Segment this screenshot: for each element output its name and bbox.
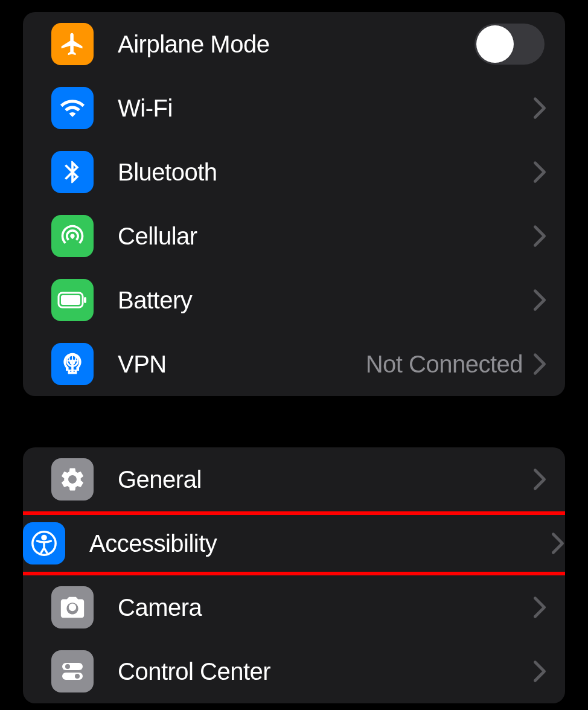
- row-wifi[interactable]: Wi-Fi: [23, 76, 565, 140]
- row-control-center[interactable]: Control Center: [23, 639, 565, 703]
- bluetooth-label: Bluetooth: [118, 159, 532, 186]
- chevron-right-icon: [532, 225, 547, 248]
- cellular-label: Cellular: [118, 223, 532, 250]
- wifi-icon: [51, 87, 94, 129]
- chevron-right-icon: [532, 596, 547, 619]
- row-camera[interactable]: Camera: [23, 575, 565, 639]
- vpn-icon: [51, 343, 94, 385]
- chevron-right-icon: [532, 161, 547, 184]
- bluetooth-icon: [51, 151, 94, 193]
- airplane-toggle[interactable]: [475, 24, 545, 65]
- chevron-right-icon: [532, 97, 547, 120]
- chevron-right-icon: [532, 468, 547, 491]
- chevron-right-icon: [532, 660, 547, 683]
- chevron-right-icon: [551, 532, 565, 555]
- settings-group-system: General Accessibility Camera: [23, 447, 565, 703]
- row-vpn[interactable]: VPN Not Connected: [23, 332, 565, 396]
- gear-icon: [51, 458, 94, 501]
- svg-point-9: [65, 664, 70, 669]
- control-center-label: Control Center: [118, 658, 532, 685]
- cellular-icon: [51, 215, 94, 257]
- svg-rect-1: [61, 295, 80, 305]
- row-bluetooth[interactable]: Bluetooth: [23, 140, 565, 204]
- chevron-right-icon: [532, 353, 547, 376]
- battery-label: Battery: [118, 287, 532, 314]
- camera-icon: [51, 586, 94, 628]
- wifi-label: Wi-Fi: [118, 95, 532, 122]
- svg-rect-5: [68, 372, 77, 374]
- accessibility-icon: [23, 522, 65, 564]
- chevron-right-icon: [532, 289, 547, 312]
- svg-rect-2: [84, 297, 86, 303]
- vpn-value: Not Connected: [366, 351, 523, 378]
- row-cellular[interactable]: Cellular: [23, 204, 565, 268]
- row-accessibility[interactable]: Accessibility: [23, 511, 565, 575]
- toggle-knob: [476, 25, 514, 63]
- vpn-label: VPN: [118, 351, 366, 378]
- accessibility-label: Accessibility: [89, 530, 551, 557]
- settings-group-connectivity: Airplane Mode Wi-Fi Bluetooth Cellular: [23, 12, 565, 396]
- airplane-label: Airplane Mode: [118, 31, 475, 58]
- control-center-icon: [51, 650, 94, 692]
- row-general[interactable]: General: [23, 447, 565, 511]
- general-label: General: [118, 466, 532, 493]
- row-battery[interactable]: Battery: [23, 268, 565, 332]
- airplane-icon: [51, 23, 94, 65]
- svg-point-7: [42, 536, 46, 539]
- battery-icon: [51, 279, 94, 321]
- row-airplane-mode[interactable]: Airplane Mode: [23, 12, 565, 76]
- svg-point-11: [75, 674, 80, 679]
- camera-label: Camera: [118, 594, 532, 621]
